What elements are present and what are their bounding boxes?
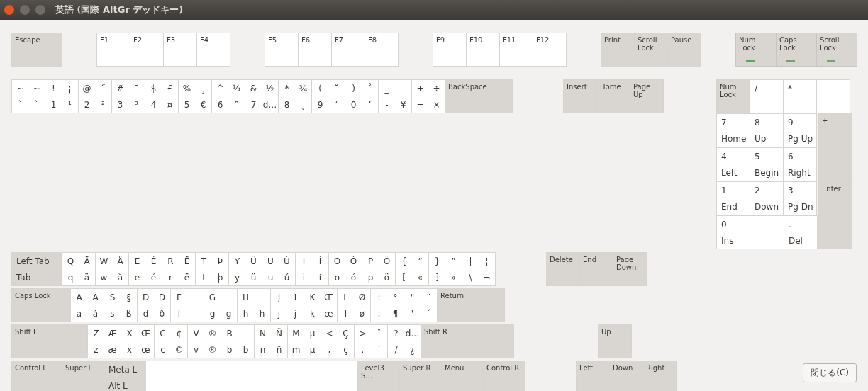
maximize-icon[interactable] [35, 5, 45, 15]
key-nav4-0[interactable]: Left [576, 361, 610, 391]
key-num-8[interactable]: *¾8˛ [278, 79, 312, 113]
key-q-7[interactable]: IÍií [295, 252, 329, 286]
key-z-7[interactable]: <Ç,ç [321, 324, 355, 358]
key-alt-l[interactable]: Meta LAlt L [104, 361, 146, 391]
key-np2-1[interactable]: 5Begin [750, 147, 784, 181]
key-capslock[interactable]: Caps Lock [11, 288, 71, 322]
key-super-l[interactable]: Super L [62, 361, 104, 391]
minimize-icon[interactable] [20, 5, 30, 15]
key-space[interactable] [145, 361, 358, 391]
key-np-plus[interactable]: + [818, 113, 852, 181]
key-q-6[interactable]: UÚuú [262, 252, 296, 286]
key-num-11[interactable]: _-¥ [378, 79, 412, 113]
key-q-11[interactable]: }”]» [428, 252, 462, 286]
key-q-9[interactable]: PÖpö [362, 252, 396, 286]
key-np2-2[interactable]: 6Right [783, 147, 817, 181]
key-num-4[interactable]: $£4¤ [145, 79, 179, 113]
key-sys-2[interactable]: Pause [667, 33, 701, 67]
key-np0-0[interactable]: NumLock [716, 79, 750, 113]
key-nav4-1[interactable]: Down [609, 361, 643, 391]
key-q-3[interactable]: RËrë [162, 252, 196, 286]
key-num-0[interactable]: ~~`` [11, 79, 45, 113]
key-q-0[interactable]: QÄqä [62, 252, 96, 286]
key-nav2-1[interactable]: End [579, 252, 613, 286]
key-a-1[interactable]: S§sß [104, 288, 138, 322]
key-backspace[interactable]: BackSpace [445, 79, 513, 113]
key-num-9[interactable]: (˘9‘ [311, 79, 345, 113]
key-num-6[interactable]: ^¼6^ [211, 79, 245, 113]
key-a-9[interactable]: :°;¶ [370, 288, 404, 322]
key-z-0[interactable]: ZÆzæ [87, 324, 121, 358]
key-level3[interactable]: Level3 S… [357, 361, 400, 391]
key-a-3[interactable]: Ff [170, 288, 204, 322]
key-f8[interactable]: F8 [365, 33, 399, 67]
key-z-8[interactable]: >ˇ.˙ [354, 324, 388, 358]
key-q-2[interactable]: EÉeé [128, 252, 162, 286]
key-q-12[interactable]: |¦\¬ [462, 252, 496, 286]
key-q-8[interactable]: OÓoó [328, 252, 362, 286]
key-z-3[interactable]: V®v® [187, 324, 221, 358]
key-ctrl-r[interactable]: Control R [483, 361, 525, 391]
key-up[interactable]: Up [598, 324, 632, 358]
key-nav1-2[interactable]: PageUp [630, 79, 664, 113]
key-np3-2[interactable]: 3Pg Dn [783, 181, 817, 215]
key-a-7[interactable]: KŒkœ [304, 288, 338, 322]
close-button[interactable]: 閉じる(C) [803, 363, 857, 382]
key-num-1[interactable]: !¡1¹ [45, 79, 79, 113]
key-num-2[interactable]: @˝2² [78, 79, 112, 113]
key-z-2[interactable]: C¢c© [154, 324, 188, 358]
key-a-6[interactable]: JÏjj [270, 288, 304, 322]
key-a-8[interactable]: LØlø [337, 288, 371, 322]
key-ctrl-l[interactable]: Control L [11, 361, 62, 391]
key-return[interactable]: Return [437, 288, 505, 322]
key-f2[interactable]: F2 [130, 33, 164, 67]
key-np3-1[interactable]: 2Down [750, 181, 784, 215]
key-menu[interactable]: Menu [441, 361, 484, 391]
key-np4-0[interactable]: 0Ins [716, 215, 784, 249]
key-nav2-0[interactable]: Delete [546, 252, 580, 286]
key-f4[interactable]: F4 [196, 33, 230, 67]
key-z-4[interactable]: Bbb [221, 324, 255, 358]
key-shift-l[interactable]: Shift L [11, 324, 88, 358]
key-f3[interactable]: F3 [163, 33, 197, 67]
key-q-4[interactable]: TÞtþ [195, 252, 229, 286]
key-a-5[interactable]: Hhh [237, 288, 271, 322]
key-q-5[interactable]: YÜyü [228, 252, 262, 286]
key-a-0[interactable]: AÁaá [70, 288, 104, 322]
key-np2-0[interactable]: 4Left [716, 147, 750, 181]
key-escape[interactable]: Escape [11, 33, 62, 67]
key-num-7[interactable]: &½7d… [245, 79, 279, 113]
key-f10[interactable]: F10 [466, 33, 500, 67]
key-np1-0[interactable]: 7Home [716, 113, 750, 147]
key-num-12[interactable]: +÷=× [411, 79, 445, 113]
key-super-r[interactable]: Super R [399, 361, 442, 391]
key-nav4-2[interactable]: Right [642, 361, 677, 391]
key-np0-3[interactable]: - [816, 79, 850, 113]
key-np1-2[interactable]: 9Pg Up [783, 113, 817, 147]
key-shift-r[interactable]: Shift R [421, 324, 514, 358]
key-a-4[interactable]: Ggg [204, 288, 238, 322]
key-np1-1[interactable]: 8Up [750, 113, 784, 147]
key-q-1[interactable]: WÅwå [95, 252, 129, 286]
key-np4-1[interactable]: .Del [784, 215, 818, 249]
key-nav1-1[interactable]: Home [596, 79, 630, 113]
close-icon[interactable] [4, 5, 14, 15]
key-np-enter[interactable]: Enter [818, 181, 852, 249]
key-a-10[interactable]: "¨'´ [404, 288, 438, 322]
key-f9[interactable]: F9 [433, 33, 467, 67]
key-num-3[interactable]: #¯3³ [111, 79, 145, 113]
key-np0-1[interactable]: / [750, 79, 784, 113]
key-z-9[interactable]: ?d…/¿ [387, 324, 421, 358]
key-nav1-0[interactable]: Insert [563, 79, 597, 113]
key-np3-0[interactable]: 1End [716, 181, 750, 215]
key-f5[interactable]: F5 [265, 33, 299, 67]
key-num-10[interactable]: )˚0’ [345, 79, 379, 113]
key-num-5[interactable]: %¸5€ [178, 79, 212, 113]
key-q-10[interactable]: {“[« [395, 252, 429, 286]
key-np0-2[interactable]: * [783, 79, 817, 113]
key-f6[interactable]: F6 [298, 33, 332, 67]
key-f12[interactable]: F12 [533, 33, 567, 67]
key-z-1[interactable]: XŒxœ [121, 324, 155, 358]
key-sys-0[interactable]: Print [601, 33, 635, 67]
key-z-5[interactable]: NÑnñ [254, 324, 288, 358]
